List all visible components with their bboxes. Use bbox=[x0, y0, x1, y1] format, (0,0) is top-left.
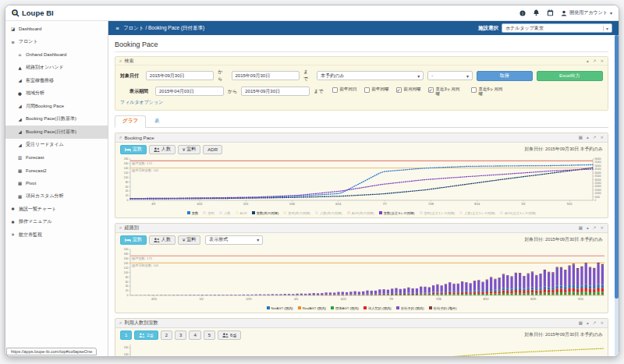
sidebar: ◪Dashboard≡フロント⌂Onhand Dashboard▲経路別オンハン… bbox=[5, 21, 108, 356]
legend-item-室料(前月同曜)[interactable]: 室料(前月同曜) bbox=[283, 211, 310, 215]
guests-button-3[interactable]: 3 bbox=[175, 330, 186, 340]
metric-button-人数[interactable]: 人数 bbox=[149, 145, 176, 154]
menu-grid-icon[interactable]: ▦ bbox=[579, 135, 583, 140]
sidebar-item-客室稼働推移[interactable]: ◢客室稼働推移 bbox=[5, 74, 108, 87]
svg-text:40: 40 bbox=[126, 189, 129, 193]
sidebar-item-forecast[interactable]: ▥Forecast bbox=[5, 151, 108, 164]
guests-button-5[interactable]: 5 bbox=[204, 330, 215, 340]
expand-icon[interactable]: ↗ bbox=[593, 320, 597, 325]
collapse-icon[interactable]: ▴ bbox=[587, 135, 589, 140]
metric-button-室料[interactable]: ¥室料 bbox=[178, 235, 200, 245]
guests-button-2≦[interactable]: 2≦ bbox=[134, 330, 158, 340]
checkbox-前年同曜[interactable] bbox=[364, 87, 370, 93]
expand-icon[interactable]: ↗ bbox=[593, 135, 597, 140]
facility-select[interactable]: ホテルタップ東京 ▾ bbox=[502, 23, 612, 33]
fetch-button[interactable]: 取得 bbox=[477, 71, 533, 81]
legend-item-室料[interactable]: 室料 bbox=[203, 211, 214, 215]
close-icon[interactable]: × bbox=[600, 135, 604, 140]
excel-export-button[interactable]: Excel出力 bbox=[537, 71, 603, 81]
legend-item-ADR(直近3ヶ月同曜)[interactable]: ADR(直近3ヶ月同曜) bbox=[500, 211, 536, 215]
legend-item-自社予約 (国内)[interactable]: 自社予約 (国内) bbox=[396, 306, 424, 310]
sidebar-item-操作マニュアル[interactable]: ✱操作マニュアル bbox=[5, 216, 108, 229]
guests-button-1[interactable]: 1 bbox=[120, 330, 132, 340]
secondary-select[interactable]: - ▾ bbox=[427, 71, 473, 80]
sidebar-item-booking-pace(日数基準)[interactable]: ◢Booking Pace(日数基準) bbox=[5, 113, 108, 126]
legend-item-室数(前月同曜)[interactable]: 室数(前月同曜) bbox=[252, 211, 279, 215]
bell-icon[interactable] bbox=[533, 9, 540, 16]
menu-grid-icon[interactable]: ▦ bbox=[579, 225, 583, 230]
dashboard-icon: ◪ bbox=[10, 27, 16, 31]
legend-item-RealAGT (国内)[interactable]: RealAGT (国内) bbox=[298, 306, 326, 310]
scrollbar-thumb[interactable] bbox=[615, 35, 619, 299]
legend-label: 自社予約 (国内) bbox=[401, 306, 424, 310]
sidebar-item-pivot[interactable]: ▦Pivot bbox=[5, 177, 108, 190]
close-icon[interactable]: × bbox=[600, 320, 604, 325]
menu-icon[interactable]: ≡ bbox=[115, 26, 120, 30]
sidebar-item-項目カスタム分析[interactable]: ▦項目カスタム分析 bbox=[5, 190, 108, 203]
checkbox-前年同日[interactable] bbox=[332, 87, 338, 93]
info-icon[interactable]: i bbox=[519, 10, 526, 16]
tab-graph[interactable]: グラフ bbox=[115, 115, 146, 128]
sidebar-item-地域分析[interactable]: ●地域分析 bbox=[5, 87, 108, 101]
app-logo[interactable]: Loupe BI bbox=[12, 9, 54, 17]
collapse-icon[interactable]: ▴ bbox=[587, 58, 589, 63]
legend-item-法人契約 (国内)[interactable]: 法人契約 (国内) bbox=[363, 306, 392, 310]
metric-button-室数[interactable]: 室数 bbox=[120, 145, 147, 154]
legend-item-NetAGT (国内)[interactable]: NetAGT (国内) bbox=[267, 306, 293, 310]
legend-item-ADR[interactable]: ADR bbox=[236, 211, 247, 215]
metric-button-室料[interactable]: ¥室料 bbox=[178, 145, 200, 154]
filter-options-link[interactable]: フィルタオプション bbox=[120, 98, 603, 108]
collapse-icon[interactable]: ▴ bbox=[587, 320, 589, 325]
metric-button-室数[interactable]: 室数 bbox=[120, 235, 147, 245]
legend-item-人数(直近3ヶ月同曜)[interactable]: 人数(直近3ヶ月同曜) bbox=[459, 211, 495, 215]
checkbox-直近3ヶ月同曜[interactable]: ✓ bbox=[428, 87, 434, 93]
close-icon[interactable]: × bbox=[600, 58, 604, 63]
sidebar-item-経路別オンハンド[interactable]: ▲経路別オンハンド bbox=[5, 62, 108, 75]
account-menu[interactable]: 開発用アカウント ▾ bbox=[561, 9, 612, 16]
legend-item-団体AGT (国内)[interactable]: 団体AGT (国内) bbox=[331, 306, 359, 310]
sidebar-item-onhand-dashboard[interactable]: ⌂Onhand Dashboard bbox=[5, 48, 108, 62]
target-date-to-input[interactable]: 2015年09月30日 bbox=[232, 71, 300, 80]
guests-button-2[interactable]: 2 bbox=[161, 330, 172, 340]
sidebar-item-月間booking-pace[interactable]: ◢月間Booking Pace bbox=[5, 100, 108, 113]
sidebar-item-航空券監視[interactable]: ✈航空券監視 bbox=[5, 228, 108, 242]
checkbox-前月同曜[interactable]: ✓ bbox=[396, 87, 402, 93]
checkbox-直近6ヶ月同曜[interactable] bbox=[471, 87, 477, 93]
sidebar-item-dashboard[interactable]: ◪Dashboard bbox=[5, 23, 108, 36]
tab-table[interactable]: 表 bbox=[147, 116, 167, 127]
booking-type-select[interactable]: 本予約のみ ▾ bbox=[317, 71, 424, 80]
sidebar-item-フロント[interactable]: ≡フロント bbox=[5, 36, 108, 49]
period-from-input[interactable]: 2015年04月03日 bbox=[155, 87, 224, 96]
expand-icon[interactable]: ↗ bbox=[593, 225, 597, 230]
legend-item-人数[interactable]: 人数 bbox=[219, 211, 231, 215]
legend-item-室数[interactable]: 室数 bbox=[187, 211, 199, 215]
display-format-select[interactable]: 表示形式 ▾ bbox=[205, 235, 263, 245]
button-label: 1 bbox=[125, 333, 127, 337]
vertical-scrollbar[interactable] bbox=[615, 35, 619, 356]
sidebar-item-施設一覧チャート[interactable]: ✱施設一覧チャート bbox=[5, 203, 108, 216]
menu-grid-icon[interactable]: ▦ bbox=[579, 320, 583, 325]
guests-button-4[interactable]: 4 bbox=[189, 330, 200, 340]
sidebar-item-受注リードタイム[interactable]: ◢受注リードタイム bbox=[5, 139, 108, 152]
svg-text:50000: 50000 bbox=[595, 164, 601, 167]
content-scroll-area[interactable]: Booking Pace ⌕ 検索 ▴ ↗ × 対象日付 bbox=[108, 35, 615, 356]
calendar-icon[interactable] bbox=[547, 9, 554, 16]
metric-button-人数[interactable]: 人数 bbox=[149, 235, 176, 245]
period-to-input[interactable]: 2015年09月30日 bbox=[241, 87, 310, 96]
sidebar-item-booking-pace(日付基準)[interactable]: ◢Booking Pace(日付基準) bbox=[5, 125, 108, 139]
metric-button-ADR[interactable]: ADR bbox=[203, 145, 222, 154]
legend-item-室料(直近3ヶ月同曜)[interactable]: 室料(直近3ヶ月同曜) bbox=[420, 211, 456, 215]
guests-button-6≦[interactable]: 6≦ bbox=[218, 330, 241, 340]
legend-item-人数(前月同曜)[interactable]: 人数(前月同曜) bbox=[315, 211, 342, 215]
legend-item-室数(直近3ヶ月同曜)[interactable]: 室数(直近3ヶ月同曜) bbox=[379, 211, 415, 215]
target-date-from-input[interactable]: 2015年09月30日 bbox=[146, 71, 214, 80]
svg-text:6/22: 6/22 bbox=[341, 298, 346, 301]
expand-icon[interactable]: ↗ bbox=[593, 58, 597, 63]
svg-text:160: 160 bbox=[124, 346, 129, 349]
legend-item-自社予約 (海外)[interactable]: 自社予約 (海外) bbox=[429, 306, 457, 310]
collapse-icon[interactable]: ▴ bbox=[587, 225, 589, 230]
svg-text:10000: 10000 bbox=[595, 192, 601, 195]
sidebar-item-forecast2[interactable]: ▦Forecast2 bbox=[5, 164, 108, 178]
close-icon[interactable]: × bbox=[600, 225, 604, 230]
legend-item-ADR(前月同曜)[interactable]: ADR(前月同曜) bbox=[347, 211, 374, 215]
